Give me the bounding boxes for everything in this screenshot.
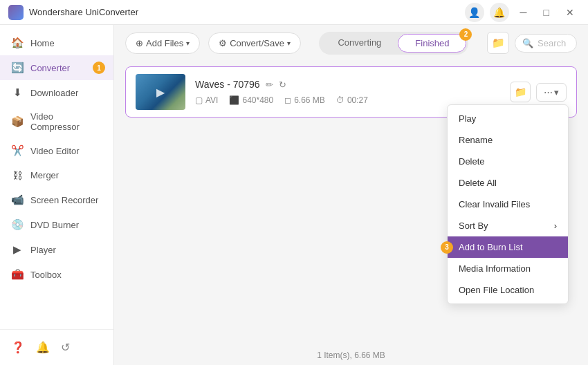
sidebar-item-converter[interactable]: 🔄 Converter 1: [0, 55, 113, 80]
folder-action-btn[interactable]: 📁: [510, 82, 531, 102]
file-actions: 📁 ⋯ ▾: [510, 82, 567, 102]
converter-icon: 🔄: [11, 62, 24, 74]
merger-icon: ⛓: [11, 169, 24, 181]
chevron-down-icon-2: ▾: [287, 39, 291, 47]
menu-item-add-to-burn[interactable]: Add to Burn List: [448, 236, 568, 258]
sidebar-item-label: Home: [30, 38, 55, 48]
status-text: 1 Item(s), 6.66 MB: [317, 350, 385, 360]
edit-name-icon[interactable]: ✏: [266, 79, 273, 90]
toolbox-icon: 🧰: [11, 268, 24, 281]
sidebar-item-player[interactable]: ▶ Player: [0, 237, 113, 262]
sidebar-item-label: Video Editor: [30, 146, 80, 156]
add-files-button[interactable]: ⊕ Add Files ▾: [125, 32, 200, 54]
delete-label: Delete: [459, 156, 485, 167]
sidebar-item-toolbox[interactable]: 🧰 Toolbox: [0, 262, 113, 287]
sidebar-item-home[interactable]: 🏠 Home: [0, 30, 113, 55]
notification-icon[interactable]: 🔔: [490, 3, 509, 22]
toolbar: ⊕ Add Files ▾ ⚙ Convert/Save ▾ Convertin…: [114, 25, 588, 61]
converting-tab-label: Converting: [338, 37, 381, 48]
convert-icon: ⚙: [219, 38, 227, 48]
add-icon: ⊕: [136, 38, 143, 48]
file-format: ▢ AVI: [195, 95, 218, 105]
file-size: ◻ 6.66 MB: [284, 95, 325, 105]
format-icon: ▢: [195, 95, 203, 105]
search-box[interactable]: 🔍 Search: [515, 34, 577, 53]
menu-item-play[interactable]: Play: [448, 108, 568, 129]
context-menu: Play Rename Delete Delete All Clear Inva…: [447, 104, 569, 304]
converter-badge: 1: [93, 62, 105, 74]
window-controls: 👤 🔔 ─ □ ✕: [465, 3, 580, 22]
toolbar-right: 📁 🔍 Search: [487, 32, 577, 54]
file-name-row: Waves - 70796 ✏ ↻: [195, 79, 500, 90]
account-icon[interactable]: 👤: [465, 3, 484, 22]
sort-arrow-icon: ›: [554, 221, 557, 231]
sidebar-item-screen-recorder[interactable]: 📹 Screen Recorder: [0, 187, 113, 212]
file-thumbnail: [136, 74, 185, 110]
content-area: ⊕ Add Files ▾ ⚙ Convert/Save ▾ Convertin…: [114, 25, 588, 365]
delete-all-label: Delete All: [459, 178, 497, 188]
bell-icon[interactable]: 🔔: [36, 341, 50, 354]
resolution-icon: ⬛: [229, 95, 239, 105]
editor-icon: ✂️: [11, 144, 24, 157]
close-button[interactable]: ✕: [560, 4, 580, 21]
sidebar-item-label: Converter: [30, 63, 70, 73]
sidebar: 🏠 Home 🔄 Converter 1 ⬇ Downloader 📦 Vide…: [0, 25, 114, 365]
menu-item-sort-by[interactable]: Sort By ›: [448, 215, 568, 236]
menu-item-media-info[interactable]: Media Information: [448, 258, 568, 279]
help-icon[interactable]: ❓: [11, 341, 25, 354]
sidebar-item-dvd-burner[interactable]: 💿 DVD Burner: [0, 212, 113, 237]
tab-converting[interactable]: Converting: [321, 34, 398, 53]
minimize-button[interactable]: ─: [515, 4, 533, 21]
menu-item-delete-all[interactable]: Delete All: [448, 172, 568, 194]
file-info: Waves - 70796 ✏ ↻ ▢ AVI ⬛ 640*480: [195, 79, 500, 105]
sidebar-bottom: ❓ 🔔 ↺: [0, 329, 113, 359]
maximize-button[interactable]: □: [538, 4, 555, 21]
sidebar-item-video-compressor[interactable]: 📦 Video Compressor: [0, 105, 113, 138]
sidebar-item-label: Video Compressor: [30, 111, 102, 132]
resolution-label: 640*480: [242, 95, 273, 105]
sidebar-item-label: Player: [30, 245, 56, 255]
app-logo: [8, 5, 24, 20]
more-options-button[interactable]: ⋯ ▾: [536, 83, 567, 102]
finished-tab-label: Finished: [415, 38, 449, 48]
sidebar-item-merger[interactable]: ⛓ Merger: [0, 163, 113, 187]
add-to-burn-label: Add to Burn List: [459, 242, 523, 252]
recorder-icon: 📹: [11, 194, 24, 206]
sidebar-item-video-editor[interactable]: ✂️ Video Editor: [0, 138, 113, 163]
sidebar-item-downloader[interactable]: ⬇ Downloader: [0, 80, 113, 105]
downloader-icon: ⬇: [11, 86, 24, 99]
refresh-file-icon[interactable]: ↻: [279, 79, 286, 90]
refresh-icon[interactable]: ↺: [61, 341, 70, 354]
finished-tab-badge: 2: [459, 28, 472, 41]
convert-save-label: Convert/Save: [230, 38, 284, 48]
menu-item-open-location[interactable]: Open File Location: [448, 279, 568, 301]
sidebar-bottom-icons: ❓ 🔔 ↺: [0, 335, 113, 359]
sidebar-item-label: Screen Recorder: [30, 195, 98, 205]
search-icon: 🔍: [522, 38, 533, 48]
sort-by-label: Sort By: [459, 221, 488, 231]
main-layout: 🏠 Home 🔄 Converter 1 ⬇ Downloader 📦 Vide…: [0, 25, 588, 365]
clear-invalid-label: Clear Invalid Files: [459, 199, 530, 209]
format-label: AVI: [205, 95, 218, 105]
tab-finished-wrapper: Finished 2: [398, 34, 466, 53]
menu-item-clear-invalid[interactable]: Clear Invalid Files: [448, 194, 568, 215]
menu-item-rename[interactable]: Rename: [448, 129, 568, 151]
open-location-label: Open File Location: [459, 285, 534, 295]
chevron-down-icon: ▾: [186, 39, 190, 47]
player-icon: ▶: [11, 243, 24, 256]
file-meta: ▢ AVI ⬛ 640*480 ◻ 6.66 MB ⏱: [195, 95, 500, 105]
menu-item-delete[interactable]: Delete: [448, 151, 568, 172]
tab-finished[interactable]: Finished: [398, 34, 466, 53]
dvd-icon: 💿: [11, 218, 24, 231]
sidebar-item-label: DVD Burner: [30, 220, 79, 230]
sidebar-item-label: Merger: [30, 170, 59, 180]
title-bar: Wondershare UniConverter 👤 🔔 ─ □ ✕: [0, 0, 588, 25]
size-icon: ◻: [284, 95, 291, 105]
rename-label: Rename: [459, 135, 493, 145]
home-icon: 🏠: [11, 37, 24, 49]
folder-icon-btn[interactable]: 📁: [487, 32, 509, 54]
burn-list-badge: 3: [441, 241, 453, 254]
add-files-label: Add Files: [146, 38, 183, 48]
convert-save-button[interactable]: ⚙ Convert/Save ▾: [208, 32, 301, 54]
file-name: Waves - 70796: [195, 79, 260, 90]
